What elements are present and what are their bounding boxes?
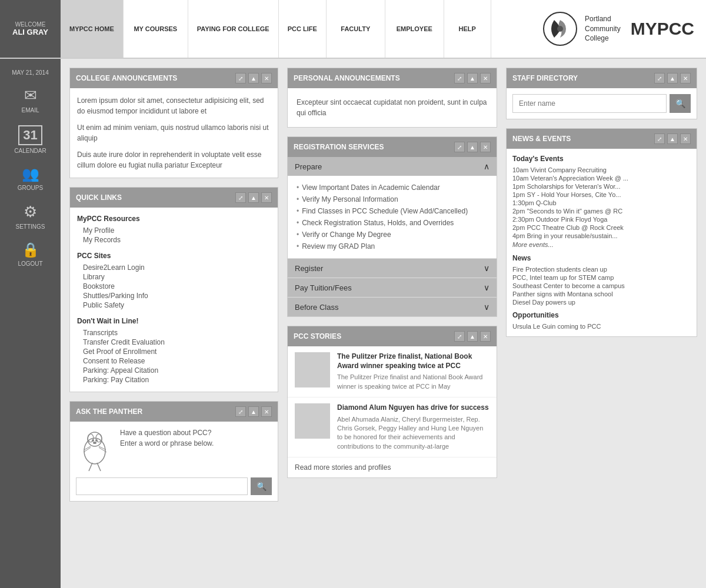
- story-item-1[interactable]: The Pulitzer Prize finalist, National Bo…: [288, 346, 497, 397]
- link-bookstore[interactable]: Bookstore: [77, 282, 271, 291]
- up-btn[interactable]: ▲: [248, 406, 259, 417]
- pcc-logo-icon: [542, 11, 578, 46]
- sidebar-item-groups[interactable]: 👥 GROUPS: [0, 160, 61, 197]
- news-item[interactable]: PCC, Intel team up for STEM camp: [512, 273, 691, 282]
- event-item: 1pm SY - Hold Your Horses, Cite Yo...: [512, 191, 691, 199]
- sidebar-item-label: CALENDAR: [14, 148, 46, 154]
- staff-directory-header: STAFF DIRECTORY ⤢ ▲ ✕: [507, 68, 697, 88]
- news-item[interactable]: Diesel Day powers up: [512, 298, 691, 306]
- reg-link[interactable]: • Check Registration Status, Holds, and …: [297, 217, 488, 229]
- reg-link[interactable]: • View Important Dates in Academic Calen…: [297, 182, 488, 193]
- up-btn[interactable]: ▲: [667, 133, 678, 144]
- nav-item-faculty[interactable]: FACULTY: [327, 0, 385, 58]
- page-layout: MAY 21, 2014 ✉ EMAIL 31 CALENDAR 👥 GROUP…: [0, 59, 706, 588]
- sidebar-item-email[interactable]: ✉ EMAIL: [0, 81, 61, 119]
- pcc-stories-header: PCC STORIES ⤢ ▲ ✕: [288, 326, 497, 346]
- link-desire2learn[interactable]: Desire2Learn Login: [77, 263, 271, 272]
- expand-btn[interactable]: ⤢: [454, 73, 465, 83]
- close-btn[interactable]: ✕: [261, 73, 272, 83]
- chevron-down-icon: ∨: [484, 263, 489, 273]
- registration-body: Prepare ∧ • View Important Dates in Acad…: [288, 157, 497, 316]
- reg-link[interactable]: • Verify or Change My Degree: [297, 229, 488, 240]
- news-item[interactable]: Fire Protection students clean up: [512, 265, 691, 273]
- personal-text: Excepteur sint occaecat cupidatat non pr…: [297, 97, 488, 118]
- accordion-before-class-header[interactable]: Before Class ∨: [288, 298, 497, 316]
- panther-search-button[interactable]: 🔍: [251, 477, 272, 495]
- link-transcripts[interactable]: Transcripts: [77, 328, 271, 338]
- link-my-profile[interactable]: My Profile: [77, 226, 271, 235]
- svg-point-1: [557, 26, 563, 32]
- logo-mypcc: MYPCC: [631, 19, 694, 39]
- link-my-records[interactable]: My Records: [77, 235, 271, 245]
- link-transfer[interactable]: Transfer Credit Evaluation: [77, 338, 271, 347]
- close-btn[interactable]: ✕: [680, 133, 691, 144]
- expand-btn[interactable]: ⤢: [235, 192, 246, 203]
- close-btn[interactable]: ✕: [261, 192, 272, 203]
- nav-item-mypcc-home[interactable]: MYPCC HOME: [61, 0, 124, 58]
- reg-link[interactable]: • Find Classes in PCC Schedule (View Add…: [297, 205, 488, 217]
- link-parking-pay[interactable]: Parking: Pay Citation: [77, 375, 271, 385]
- logo-area: PortlandCommunityCollege MYPCC: [531, 0, 706, 58]
- expand-btn[interactable]: ⤢: [654, 133, 665, 144]
- expand-btn[interactable]: ⤢: [454, 142, 465, 152]
- story-thumbnail-2: [295, 403, 330, 439]
- event-item: 1pm Scholarships for Veteran's Wor...: [512, 182, 691, 191]
- link-proof[interactable]: Get Proof of Enrollment: [77, 347, 271, 356]
- link-shuttles[interactable]: Shuttles/Parking Info: [77, 291, 271, 300]
- college-announcements-body: Lorem ipsum dolor sit amet, consectetur …: [70, 88, 278, 178]
- link-public-safety[interactable]: Public Safety: [77, 300, 271, 310]
- accordion-pay-header[interactable]: Pay Tuition/Fees ∨: [288, 278, 497, 297]
- widget-controls: ⤢ ▲ ✕: [235, 73, 272, 83]
- panther-search-input[interactable]: [76, 477, 248, 495]
- nav-item-pcc-life[interactable]: PCC LIFE: [279, 0, 327, 58]
- panther-mascot-icon: [76, 427, 114, 472]
- sidebar-item-calendar[interactable]: 31 CALENDAR: [0, 119, 61, 160]
- event-item: 10am Vivint Company Recruiting: [512, 166, 691, 174]
- staff-search-button[interactable]: 🔍: [670, 94, 691, 113]
- close-btn[interactable]: ✕: [261, 406, 272, 417]
- close-btn[interactable]: ✕: [480, 73, 491, 83]
- link-parking-appeal[interactable]: Parking: Appeal Citation: [77, 366, 271, 375]
- close-btn[interactable]: ✕: [680, 73, 691, 83]
- nav-item-help[interactable]: HELP: [444, 0, 491, 58]
- personal-announcements-widget: PERSONAL ANNOUNCEMENTS ⤢ ▲ ✕ Excepteur s…: [287, 68, 497, 128]
- news-item[interactable]: Panther signs with Montana school: [512, 290, 691, 298]
- read-more-link[interactable]: Read more stories and profiles: [288, 457, 497, 477]
- accordion-prepare: Prepare ∧ • View Important Dates in Acad…: [288, 157, 497, 259]
- quick-links-section-1: MyPCC Resources My Profile My Records: [77, 215, 271, 245]
- nav-item-employee[interactable]: EMPLOYEE: [385, 0, 444, 58]
- up-btn[interactable]: ▲: [248, 73, 259, 83]
- event-item: 2pm PCC Theatre Club @ Rock Creek: [512, 223, 691, 232]
- news-item[interactable]: Southeast Center to become a campus: [512, 282, 691, 290]
- accordion-prepare-header[interactable]: Prepare ∧: [288, 157, 497, 176]
- news-label: News: [512, 254, 691, 262]
- story-item-2[interactable]: Diamond Alum Nguyen has drive for succes…: [288, 397, 497, 457]
- staff-search-input[interactable]: [512, 94, 667, 113]
- expand-btn[interactable]: ⤢: [235, 406, 246, 417]
- nav-item-paying[interactable]: PAYING FOR COLLEGE: [188, 0, 279, 58]
- accordion-register-header[interactable]: Register ∨: [288, 259, 497, 278]
- expand-btn[interactable]: ⤢: [454, 331, 465, 342]
- personal-announcements-header: PERSONAL ANNOUNCEMENTS ⤢ ▲ ✕: [288, 68, 497, 88]
- staff-directory-body: 🔍: [507, 88, 697, 119]
- college-announcements-widget: COLLEGE ANNOUNCEMENTS ⤢ ▲ ✕ Lorem ipsum …: [69, 68, 278, 178]
- sidebar-item-label: SETTINGS: [15, 223, 45, 230]
- up-btn[interactable]: ▲: [467, 73, 478, 83]
- up-btn[interactable]: ▲: [248, 192, 259, 203]
- up-btn[interactable]: ▲: [667, 73, 678, 83]
- nav-item-my-courses[interactable]: MY COURSES: [124, 0, 188, 58]
- link-consent[interactable]: Consent to Release: [77, 356, 271, 366]
- close-btn[interactable]: ✕: [480, 331, 491, 342]
- expand-btn[interactable]: ⤢: [654, 73, 665, 83]
- reg-link[interactable]: • Verify My Personal Information: [297, 193, 488, 205]
- more-events-link[interactable]: More events...: [512, 240, 691, 249]
- calendar-icon: 31: [18, 125, 42, 145]
- sidebar-item-settings[interactable]: ⚙ SETTINGS: [0, 197, 61, 236]
- reg-link[interactable]: • Review my GRAD Plan: [297, 240, 488, 252]
- link-library[interactable]: Library: [77, 272, 271, 282]
- close-btn[interactable]: ✕: [480, 142, 491, 152]
- expand-btn[interactable]: ⤢: [235, 73, 246, 83]
- up-btn[interactable]: ▲: [467, 331, 478, 342]
- up-btn[interactable]: ▲: [467, 142, 478, 152]
- sidebar-item-logout[interactable]: 🔒 LOGOUT: [0, 236, 61, 273]
